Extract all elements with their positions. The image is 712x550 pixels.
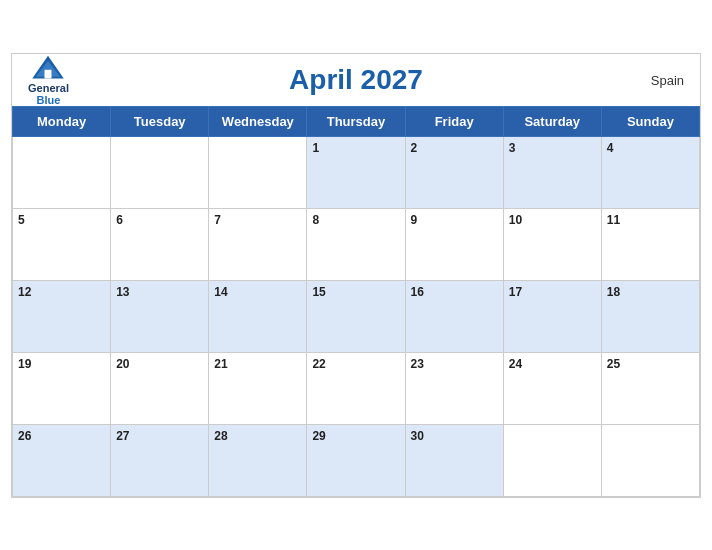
logo-icon <box>30 54 66 82</box>
calendar-day-cell: 8 <box>307 208 405 280</box>
calendar-container: General Blue April 2027 Spain Monday Tue… <box>11 53 701 498</box>
day-number: 27 <box>116 429 129 443</box>
day-number: 7 <box>214 213 221 227</box>
calendar-table: Monday Tuesday Wednesday Thursday Friday… <box>12 106 700 497</box>
day-number: 11 <box>607 213 620 227</box>
calendar-day-cell: 28 <box>209 424 307 496</box>
calendar-title: April 2027 <box>289 64 423 96</box>
logo-text-blue: Blue <box>37 94 61 106</box>
day-number: 30 <box>411 429 424 443</box>
calendar-day-cell: 22 <box>307 352 405 424</box>
calendar-day-cell: 14 <box>209 280 307 352</box>
weekday-monday: Monday <box>13 106 111 136</box>
weekday-thursday: Thursday <box>307 106 405 136</box>
weekday-header-row: Monday Tuesday Wednesday Thursday Friday… <box>13 106 700 136</box>
calendar-day-cell: 17 <box>503 280 601 352</box>
weekday-saturday: Saturday <box>503 106 601 136</box>
calendar-day-cell: 6 <box>111 208 209 280</box>
calendar-day-cell <box>13 136 111 208</box>
day-number: 17 <box>509 285 522 299</box>
calendar-week-row: 2627282930 <box>13 424 700 496</box>
calendar-day-cell <box>503 424 601 496</box>
day-number: 6 <box>116 213 123 227</box>
day-number: 24 <box>509 357 522 371</box>
calendar-header: General Blue April 2027 Spain <box>12 54 700 106</box>
day-number: 26 <box>18 429 31 443</box>
day-number: 23 <box>411 357 424 371</box>
logo-text-general: General <box>28 82 69 94</box>
day-number: 2 <box>411 141 418 155</box>
day-number: 21 <box>214 357 227 371</box>
day-number: 19 <box>18 357 31 371</box>
calendar-day-cell: 25 <box>601 352 699 424</box>
day-number: 1 <box>312 141 319 155</box>
calendar-day-cell: 26 <box>13 424 111 496</box>
calendar-day-cell: 30 <box>405 424 503 496</box>
day-number: 18 <box>607 285 620 299</box>
day-number: 25 <box>607 357 620 371</box>
logo: General Blue <box>28 54 69 106</box>
calendar-day-cell: 4 <box>601 136 699 208</box>
calendar-week-row: 12131415161718 <box>13 280 700 352</box>
day-number: 3 <box>509 141 516 155</box>
calendar-day-cell <box>601 424 699 496</box>
calendar-week-row: 19202122232425 <box>13 352 700 424</box>
calendar-day-cell: 1 <box>307 136 405 208</box>
day-number: 20 <box>116 357 129 371</box>
calendar-day-cell: 29 <box>307 424 405 496</box>
day-number: 12 <box>18 285 31 299</box>
day-number: 14 <box>214 285 227 299</box>
calendar-day-cell: 20 <box>111 352 209 424</box>
weekday-tuesday: Tuesday <box>111 106 209 136</box>
country-label: Spain <box>651 72 684 87</box>
calendar-day-cell: 23 <box>405 352 503 424</box>
calendar-day-cell: 19 <box>13 352 111 424</box>
calendar-day-cell: 16 <box>405 280 503 352</box>
calendar-day-cell: 12 <box>13 280 111 352</box>
calendar-day-cell <box>209 136 307 208</box>
day-number: 5 <box>18 213 25 227</box>
calendar-day-cell: 24 <box>503 352 601 424</box>
calendar-day-cell: 10 <box>503 208 601 280</box>
day-number: 28 <box>214 429 227 443</box>
calendar-day-cell: 13 <box>111 280 209 352</box>
day-number: 9 <box>411 213 418 227</box>
calendar-day-cell: 5 <box>13 208 111 280</box>
calendar-day-cell: 11 <box>601 208 699 280</box>
calendar-day-cell: 9 <box>405 208 503 280</box>
calendar-day-cell: 18 <box>601 280 699 352</box>
calendar-day-cell: 27 <box>111 424 209 496</box>
day-number: 8 <box>312 213 319 227</box>
calendar-day-cell: 2 <box>405 136 503 208</box>
day-number: 29 <box>312 429 325 443</box>
calendar-week-row: 1234 <box>13 136 700 208</box>
calendar-day-cell: 3 <box>503 136 601 208</box>
svg-rect-2 <box>45 69 52 78</box>
day-number: 22 <box>312 357 325 371</box>
weekday-wednesday: Wednesday <box>209 106 307 136</box>
calendar-day-cell: 21 <box>209 352 307 424</box>
calendar-day-cell: 15 <box>307 280 405 352</box>
calendar-week-row: 567891011 <box>13 208 700 280</box>
weekday-friday: Friday <box>405 106 503 136</box>
day-number: 10 <box>509 213 522 227</box>
day-number: 16 <box>411 285 424 299</box>
day-number: 13 <box>116 285 129 299</box>
weekday-sunday: Sunday <box>601 106 699 136</box>
calendar-day-cell <box>111 136 209 208</box>
day-number: 15 <box>312 285 325 299</box>
day-number: 4 <box>607 141 614 155</box>
calendar-day-cell: 7 <box>209 208 307 280</box>
